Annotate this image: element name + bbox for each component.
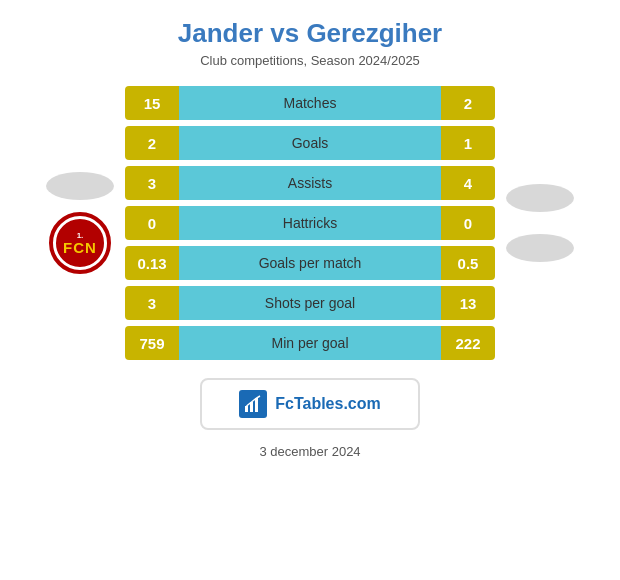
right-oval-top-decoration [506,184,574,212]
match-subtitle: Club competitions, Season 2024/2025 [200,53,420,68]
stats-table: 15Matches22Goals13Assists40Hattricks00.1… [125,86,495,360]
stat-left-value: 3 [125,286,179,320]
fctables-text: FcTables.com [275,395,381,413]
stat-row: 3Assists4 [125,166,495,200]
stat-left-value: 15 [125,86,179,120]
fctables-chart-icon [243,394,263,414]
fctables-banner: FcTables.com [200,378,420,430]
stat-right-value: 0.5 [441,246,495,280]
stat-label: Shots per goal [179,286,441,320]
stat-row: 2Goals1 [125,126,495,160]
stat-right-value: 222 [441,326,495,360]
stat-label: Assists [179,166,441,200]
svg-rect-2 [255,398,258,412]
stat-left-value: 3 [125,166,179,200]
fctables-icon [239,390,267,418]
right-oval-bottom-decoration [506,234,574,262]
stat-left-value: 0.13 [125,246,179,280]
stat-right-value: 13 [441,286,495,320]
fcn-inner-circle: 1. FCN [53,216,107,270]
stat-left-value: 0 [125,206,179,240]
stat-row: 759Min per goal222 [125,326,495,360]
stat-right-value: 2 [441,86,495,120]
stat-row: 15Matches2 [125,86,495,120]
stat-label: Goals per match [179,246,441,280]
left-oval-decoration [46,172,114,200]
match-title: Jander vs Gerezgiher [178,18,442,49]
right-team-logo-area [495,184,585,262]
stat-label: Min per goal [179,326,441,360]
svg-rect-0 [245,406,248,412]
stat-row: 0.13Goals per match0.5 [125,246,495,280]
stat-row: 0Hattricks0 [125,206,495,240]
stat-label: Goals [179,126,441,160]
date-footer: 3 december 2024 [259,444,360,459]
main-content: 1. FCN 15Matches22Goals13Assists40Hattri… [0,86,620,360]
fcn-logo: 1. FCN [49,212,111,274]
stat-label: Matches [179,86,441,120]
stat-row: 3Shots per goal13 [125,286,495,320]
left-team-logo-area: 1. FCN [35,172,125,274]
stat-left-value: 2 [125,126,179,160]
page-container: Jander vs Gerezgiher Club competitions, … [0,0,620,580]
stat-left-value: 759 [125,326,179,360]
stat-right-value: 0 [441,206,495,240]
fcn-text-2: FCN [63,240,97,255]
stat-right-value: 4 [441,166,495,200]
stat-label: Hattricks [179,206,441,240]
stat-right-value: 1 [441,126,495,160]
